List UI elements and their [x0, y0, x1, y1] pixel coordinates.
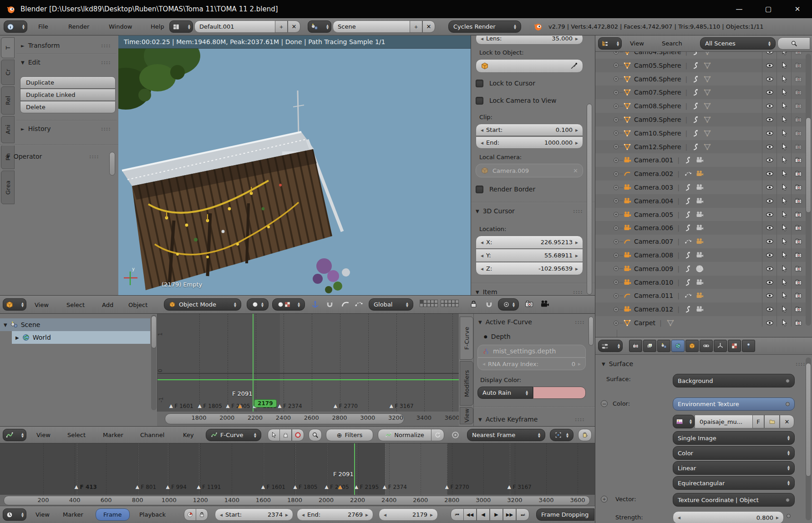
surface-select[interactable]: Background [673, 374, 795, 387]
render-opengl-button[interactable] [524, 299, 534, 309]
selected-marker-triangle[interactable]: ▲ [338, 484, 342, 490]
next-keyframe-button[interactable]: ▶▶ [503, 508, 516, 521]
editor-timeline-button[interactable]: ▲▼ [3, 508, 26, 521]
image-datablock-button[interactable]: ▲▼ [673, 415, 695, 428]
object-name[interactable]: Cam08.Sphere [634, 102, 681, 110]
object-name[interactable]: Camera.009 [634, 265, 673, 272]
cursor-y-field[interactable]: ◂Y:55.68911▸ [476, 249, 583, 262]
outliner-row[interactable]: Carpet| [595, 316, 806, 330]
viewport-3d[interactable]: Time:00:02.25 | Mem:1946.80M, Peak:2037.… [118, 35, 471, 296]
marker-triangle[interactable]: ▲ [508, 484, 511, 490]
menu-key[interactable]: Key [183, 427, 194, 443]
object-name[interactable]: Cam10.Sphere [634, 130, 681, 137]
editor-outliner-button[interactable]: ▲▼ [598, 37, 622, 50]
panel-3d-cursor-header[interactable]: ▼3D Cursor [476, 207, 515, 215]
tab-tools[interactable]: T [1, 37, 15, 58]
outliner-row[interactable]: Camera.001| [595, 153, 806, 167]
start-frame-field[interactable]: ◂Start:2374▸ [215, 508, 293, 521]
panel-history-header[interactable]: ►History [21, 125, 51, 132]
open-image-button[interactable] [764, 415, 780, 428]
menu-select[interactable]: Select [66, 296, 85, 314]
panel-active-keyframe-header[interactable]: ▼Active Keyframe [478, 416, 538, 423]
marker-triangle[interactable]: ▲ [169, 403, 173, 409]
auto-snap-toggle[interactable] [451, 430, 460, 440]
outliner-row[interactable]: Cam10.Sphere| [595, 126, 806, 140]
mode-select[interactable]: Object Mode▲▼ [164, 298, 241, 311]
object-name[interactable]: Camera.011 [634, 292, 673, 299]
screen-layout-icon-button[interactable]: ▲▼ [169, 20, 193, 33]
menu-view[interactable]: View [630, 35, 644, 51]
texture-option-select[interactable]: Equirectangular▲▼ [673, 476, 795, 490]
object-name[interactable]: Camera.008 [634, 251, 673, 259]
outliner-row[interactable]: Camera.011| [595, 289, 806, 302]
properties-tab-constraints[interactable] [700, 340, 713, 352]
menu-render[interactable]: Render [68, 18, 89, 35]
delete-button[interactable]: Delete [20, 101, 116, 113]
marker-triangle[interactable]: ▲ [278, 403, 281, 409]
sample-keys-button[interactable] [292, 429, 304, 441]
menu-view[interactable]: View [35, 296, 49, 314]
marker-triangle[interactable]: ▲ [383, 484, 386, 490]
marker-triangle[interactable]: ▲ [293, 484, 297, 490]
menu-marker[interactable]: Marker [103, 427, 123, 443]
object-name[interactable]: Carpet [634, 319, 655, 327]
marker-triangle[interactable]: ▲ [445, 484, 448, 490]
jump-start-button[interactable]: ⏮ [451, 508, 464, 521]
lock-camera-checkbox[interactable] [476, 97, 483, 105]
marker-triangle[interactable]: ▲ [261, 484, 265, 490]
panel-item-header[interactable]: ▼Item [476, 288, 497, 296]
outliner-row[interactable]: Cam06.Sphere| [595, 72, 806, 86]
proportional-edit-button[interactable] [340, 299, 350, 309]
current-frame-line[interactable] [253, 314, 254, 412]
tool-shelf-scrollbar[interactable] [109, 152, 115, 176]
properties-tab-physics[interactable] [742, 340, 755, 352]
render-border-checkbox[interactable] [476, 186, 483, 193]
menu-marker[interactable]: Marker [63, 506, 83, 523]
menu-file[interactable]: File [38, 18, 48, 35]
outliner-row[interactable]: Cam08.Sphere| [595, 99, 806, 113]
panel-edit-header[interactable]: ▼Edit [21, 59, 41, 66]
outliner-row[interactable]: Cam12.Sphere| [595, 140, 806, 154]
snap-button[interactable] [325, 299, 335, 309]
marker-triangle[interactable]: ▲ [334, 403, 337, 409]
expand-vector-icon[interactable]: ＋ [601, 496, 608, 503]
channel-world[interactable]: ▶World [12, 331, 150, 344]
play-button[interactable]: ▶ [490, 508, 503, 521]
texture-option-select[interactable]: Linear▲▼ [673, 461, 795, 475]
render-engine-select[interactable]: Cycles Render▲▼ [448, 20, 521, 33]
curve-area[interactable]: 10-1▲F 1601▲F 1805▲F 2005▲F 2195▲F 2374▲… [157, 314, 459, 412]
add-layout-button[interactable]: ＋ [275, 20, 288, 33]
marker-triangle[interactable]: ▲ [389, 403, 393, 409]
layers-widget[interactable] [420, 300, 459, 307]
layers-group-1[interactable] [420, 300, 438, 307]
display-color-swatch[interactable] [533, 387, 586, 399]
object-name[interactable]: Cam12.Sphere [634, 143, 681, 151]
fake-user-button[interactable]: F [752, 415, 764, 428]
tab-modifiers[interactable]: Modifiers [460, 361, 473, 406]
maximize-button[interactable]: ▢ [754, 0, 783, 18]
prev-keyframe-button[interactable]: ◀◀ [463, 508, 477, 521]
object-name[interactable]: Cam04.Sphere [634, 52, 681, 55]
cursor-x-field[interactable]: ◂X:226.95213▸ [476, 236, 583, 249]
panel-transform-header[interactable]: ►Transform [21, 42, 60, 49]
editor-type-button[interactable]: ▲▼ [4, 20, 27, 33]
color-mode-select[interactable]: Auto Rain▲▼ [477, 387, 533, 399]
lock-to-cursor-checkbox[interactable] [476, 80, 483, 87]
rna-index-field[interactable]: ◂RNA Array Index:0▸ [477, 357, 586, 370]
marker-triangle[interactable]: ▲ [325, 484, 328, 490]
texture-option-select[interactable]: Color▲▼ [673, 446, 795, 460]
current-frame-field[interactable]: ◂2179▸ [379, 508, 438, 521]
outliner-scrollbar[interactable] [806, 117, 811, 213]
delete-scene-button[interactable]: ✕ [422, 20, 435, 33]
object-name[interactable]: Camera.004 [634, 197, 673, 205]
menu-object[interactable]: Object [128, 296, 147, 314]
menu-playback[interactable]: Playback [139, 506, 166, 523]
render-opengl-anim-button[interactable] [540, 299, 549, 309]
lock-button[interactable] [196, 508, 208, 521]
object-name[interactable]: Camera.003 [634, 184, 673, 191]
editor-3dview-button[interactable]: ▲▼ [3, 298, 26, 311]
sync-mode-select[interactable]: Frame Dropping [536, 508, 594, 521]
menu-help[interactable]: Help [151, 18, 164, 35]
texture-option-select[interactable]: Single Image▲▼ [673, 431, 795, 445]
outliner-row[interactable]: Cam04.Sphere| [595, 52, 806, 59]
